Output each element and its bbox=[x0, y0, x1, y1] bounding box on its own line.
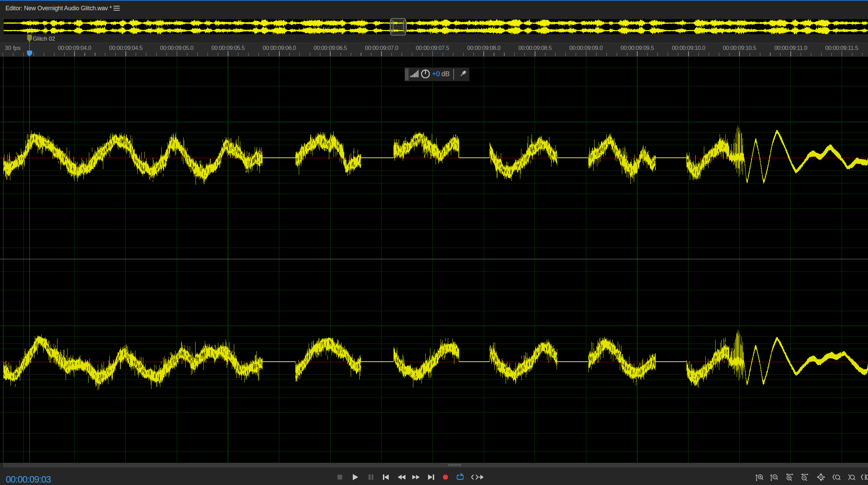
svg-text:00:00:09:05.0: 00:00:09:05.0 bbox=[160, 45, 193, 51]
svg-text:00:00:09:11.5: 00:00:09:11.5 bbox=[825, 45, 858, 51]
svg-text:00:00:09:11.0: 00:00:09:11.0 bbox=[774, 45, 807, 51]
svg-text:00:00:09:08.5: 00:00:09:08.5 bbox=[518, 45, 552, 51]
svg-text:00:00:09:03: 00:00:09:03 bbox=[6, 474, 51, 485]
svg-text:00:00:09:10.0: 00:00:09:10.0 bbox=[672, 45, 705, 51]
svg-text:00:00:09:04.0: 00:00:09:04.0 bbox=[58, 45, 91, 51]
svg-text:00:00:09:10.5: 00:00:09:10.5 bbox=[723, 45, 756, 51]
svg-text:Glitch 02: Glitch 02 bbox=[33, 36, 55, 42]
svg-text:00:00:09:09.5: 00:00:09:09.5 bbox=[620, 45, 654, 51]
svg-text:00:00:09:05.5: 00:00:09:05.5 bbox=[211, 45, 245, 51]
svg-text:00:00:09:04.5: 00:00:09:04.5 bbox=[109, 45, 143, 51]
svg-text:00:00:09:07.5: 00:00:09:07.5 bbox=[416, 45, 449, 51]
svg-text:dB: dB bbox=[441, 70, 450, 78]
svg-text:00:00:09:06.0: 00:00:09:06.0 bbox=[263, 45, 296, 51]
svg-text:00:00:09:07.0: 00:00:09:07.0 bbox=[365, 45, 398, 51]
svg-text:00:00:09:06.5: 00:00:09:06.5 bbox=[313, 45, 347, 51]
svg-text:Editor: New Overnight Audio Gl: Editor: New Overnight Audio Glitch.wav * bbox=[5, 5, 112, 12]
svg-text:00:00:09:08.0: 00:00:09:08.0 bbox=[467, 45, 500, 51]
svg-text:+0: +0 bbox=[432, 70, 440, 78]
svg-text:00:00:09:09.0: 00:00:09:09.0 bbox=[569, 45, 603, 51]
svg-text:30 fps: 30 fps bbox=[5, 45, 21, 51]
